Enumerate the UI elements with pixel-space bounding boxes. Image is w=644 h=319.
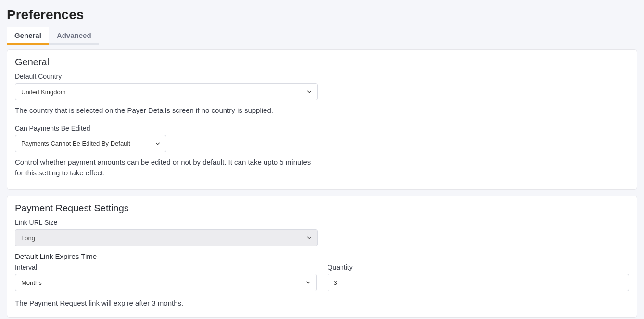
tab-advanced[interactable]: Advanced bbox=[49, 27, 99, 45]
general-heading: General bbox=[15, 57, 629, 68]
interval-value: Months bbox=[21, 279, 42, 286]
page-title: Preferences bbox=[7, 7, 637, 23]
tabs: General Advanced bbox=[7, 27, 93, 45]
link-url-size-label: Link URL Size bbox=[15, 219, 629, 226]
default-link-expires-heading: Default Link Expires Time bbox=[15, 252, 629, 260]
interval-select[interactable]: Months bbox=[15, 274, 317, 291]
default-country-label: Default Country bbox=[15, 73, 629, 80]
quantity-label: Quantity bbox=[328, 263, 630, 271]
payments-edit-value: Payments Cannot Be Edited By Default bbox=[21, 140, 130, 147]
payment-request-panel: Payment Request Settings Link URL Size L… bbox=[7, 196, 637, 318]
payments-edit-select[interactable]: Payments Cannot Be Edited By Default bbox=[15, 135, 166, 152]
tab-general[interactable]: General bbox=[7, 27, 49, 45]
expiry-help-text: The Payment Request link will expire aft… bbox=[15, 298, 318, 308]
general-panel: General Default Country United Kingdom T… bbox=[7, 49, 637, 190]
chevron-down-icon bbox=[305, 279, 312, 286]
chevron-down-icon bbox=[306, 234, 313, 241]
default-country-select[interactable]: United Kingdom bbox=[15, 83, 318, 100]
link-url-size-select: Long bbox=[15, 229, 318, 246]
default-country-help: The country that is selected on the Paye… bbox=[15, 105, 318, 116]
payments-edit-label: Can Payments Be Edited bbox=[15, 124, 629, 132]
quantity-input[interactable] bbox=[328, 274, 630, 291]
default-country-value: United Kingdom bbox=[21, 88, 66, 96]
link-url-size-value: Long bbox=[21, 234, 35, 242]
interval-label: Interval bbox=[15, 263, 317, 271]
payment-request-heading: Payment Request Settings bbox=[15, 203, 629, 214]
chevron-down-icon bbox=[154, 140, 161, 147]
payments-edit-help: Control whether payment amounts can be e… bbox=[15, 157, 318, 178]
chevron-down-icon bbox=[306, 88, 313, 95]
